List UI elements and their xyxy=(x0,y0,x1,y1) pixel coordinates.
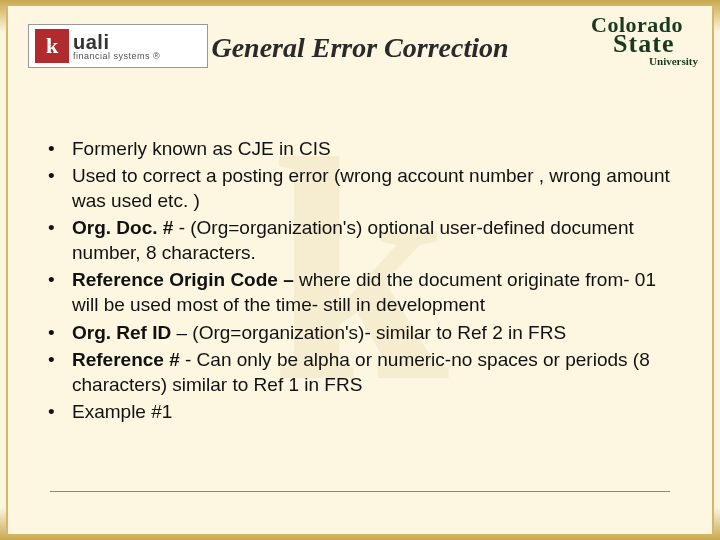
bullet-bold: Org. Ref ID xyxy=(72,322,177,343)
list-item: Used to correct a posting error (wrong a… xyxy=(40,163,672,213)
divider xyxy=(50,491,670,492)
list-item: Org. Doc. # - (Org=organization's) optio… xyxy=(40,215,672,265)
bullet-bold: Reference Origin Code – xyxy=(72,269,299,290)
list-item: Formerly known as CJE in CIS xyxy=(40,136,672,161)
csu-line2: State xyxy=(613,33,698,55)
bullet-text: – (Org=organization's)- similar to Ref 2… xyxy=(177,322,567,343)
bullet-text: Example #1 xyxy=(72,401,172,422)
bullet-bold: Reference # xyxy=(72,349,185,370)
list-item: Org. Ref ID – (Org=organization's)- simi… xyxy=(40,320,672,345)
list-item: Reference # - Can only be alpha or numer… xyxy=(40,347,672,397)
bullet-list: Formerly known as CJE in CIS Used to cor… xyxy=(40,136,672,426)
header: k uali financial systems ® General Error… xyxy=(8,6,712,96)
list-item: Reference Origin Code – where did the do… xyxy=(40,267,672,317)
bullet-text: Formerly known as CJE in CIS xyxy=(72,138,331,159)
bullet-text: Used to correct a posting error (wrong a… xyxy=(72,165,670,211)
csu-logo: Colorado State University xyxy=(591,16,698,66)
bullet-bold: Org. Doc. # xyxy=(72,217,179,238)
csu-line3: University xyxy=(649,57,698,66)
slide-body: k k uali financial systems ® General Err… xyxy=(6,6,714,534)
list-item: Example #1 xyxy=(40,399,672,424)
